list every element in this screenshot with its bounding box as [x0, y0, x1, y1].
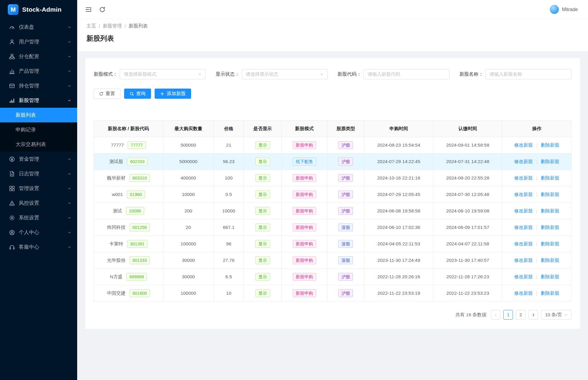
chevron-down-icon	[68, 25, 71, 29]
search-icon	[130, 92, 134, 96]
breadcrumb: 主页 / 新股管理 / 新股列表	[86, 23, 579, 29]
add-stock-button[interactable]: 添加新股	[155, 89, 191, 99]
op-divider: |	[536, 241, 537, 246]
filter-group-status: 显示状态： 请选择显示状态	[216, 69, 328, 79]
sidebar-item-label: 新股列表	[16, 112, 36, 118]
money-icon	[9, 156, 15, 162]
sidebar-item-positions[interactable]: 持仓管理	[0, 78, 77, 93]
page-size-select[interactable]: 10 条/页	[541, 310, 572, 320]
stock-name: 卡莱特	[109, 241, 123, 246]
stock-code-tag: 10086	[126, 207, 144, 215]
action-bar: 重置 查询 添加新股	[94, 89, 572, 99]
pay-time-cell: 2022-11-28 17:26:23	[433, 269, 502, 285]
sidebar-item-allocation[interactable]: 分仓配资	[0, 49, 77, 64]
user-name: Mitrade	[562, 7, 578, 12]
edit-stock-link[interactable]: 修改新股	[514, 175, 533, 180]
apply-time-cell: 2024-06-08 19:58:58	[364, 203, 433, 219]
dashboard-icon	[9, 24, 15, 30]
table-column-header: 操作	[502, 121, 572, 137]
name-input[interactable]	[485, 69, 572, 79]
mode-filter-label: 新股模式：	[94, 71, 118, 77]
price-cell: 10000	[214, 203, 244, 219]
edit-stock-link[interactable]: 修改新股	[514, 291, 533, 296]
search-button-label: 查询	[136, 91, 146, 97]
sidebar-item-logs[interactable]: 日志管理	[0, 166, 77, 181]
delete-stock-link[interactable]: 删除新股	[541, 258, 559, 263]
delete-stock-link[interactable]: 删除新股	[541, 274, 559, 279]
chevron-down-icon	[320, 72, 324, 76]
sidebar-item-funds[interactable]: 资金管理	[0, 152, 77, 166]
op-divider: |	[536, 291, 537, 296]
delete-stock-link[interactable]: 删除新股	[541, 291, 559, 296]
sidebar-menu: 仪表盘 用户管理 分仓配资 产品管理 持仓管理	[0, 19, 77, 380]
sidebar-item-label: 日志管理	[19, 170, 68, 177]
delete-stock-link[interactable]: 删除新股	[541, 175, 559, 180]
sidebar-item-new-stock-list[interactable]: 新股列表	[0, 108, 77, 122]
edit-stock-link[interactable]: 修改新股	[514, 274, 533, 279]
pay-time-cell: 2024-07-31 14:22:48	[433, 153, 502, 170]
sidebar-item-subscription-records[interactable]: 申购记录	[0, 122, 77, 137]
stock-code-tag: 603310	[130, 174, 150, 182]
sidebar-item-profile[interactable]: 个人中心	[0, 225, 77, 240]
table-column-header: 股票类型	[327, 121, 364, 137]
mode-select[interactable]: 请选择新股模式	[120, 69, 206, 79]
search-button[interactable]: 查询	[124, 89, 151, 99]
edit-stock-link[interactable]: 修改新股	[514, 258, 533, 263]
filter-group-mode: 新股模式： 请选择新股模式	[94, 69, 206, 79]
sidebar-item-block-trade-list[interactable]: 大宗交易列表	[0, 137, 77, 152]
sidebar-item-manage-settings[interactable]: 管理设置	[0, 181, 77, 196]
status-select[interactable]: 请选择显示状态	[242, 69, 328, 79]
sidebar-item-new-stock[interactable]: 新股管理	[0, 93, 77, 108]
stock-name: 炜冈科技	[107, 225, 125, 230]
prev-page-button[interactable]	[491, 310, 500, 320]
max-buy-cell: 20	[163, 219, 214, 236]
breadcrumb-new-stock-manage[interactable]: 新股管理	[103, 23, 122, 29]
code-input[interactable]	[363, 69, 450, 79]
page-header: 主页 / 新股管理 / 新股列表 新股列表	[77, 19, 588, 51]
breadcrumb-separator: /	[124, 24, 126, 29]
table-column-header: 是否显示	[244, 121, 281, 137]
reset-button[interactable]: 重置	[94, 89, 121, 99]
chevron-down-icon	[68, 40, 71, 44]
pay-time-cell: 2024-06-10 19:59:08	[433, 203, 502, 219]
chevron-down-icon	[68, 55, 71, 58]
risk-icon	[9, 200, 15, 206]
sidebar-item-products[interactable]: 产品管理	[0, 64, 77, 78]
pay-time-cell: 2024-07-30 12:05:48	[433, 186, 502, 203]
user-icon	[9, 39, 15, 45]
delete-stock-link[interactable]: 删除新股	[541, 142, 559, 148]
edit-stock-link[interactable]: 修改新股	[514, 159, 533, 164]
chevron-up-icon	[68, 99, 71, 102]
delete-stock-link[interactable]: 删除新股	[541, 225, 559, 230]
menu-fold-icon[interactable]	[85, 6, 92, 13]
edit-stock-link[interactable]: 修改新股	[514, 142, 533, 148]
stock-type-tag: 沪股	[338, 289, 353, 297]
visible-tag: 显示	[255, 256, 270, 264]
delete-stock-link[interactable]: 删除新股	[541, 241, 559, 246]
sidebar-item-risk-settings[interactable]: 风控设置	[0, 196, 77, 210]
edit-stock-link[interactable]: 修改新股	[514, 192, 533, 197]
page-2-button[interactable]: 2	[516, 310, 525, 320]
next-page-button[interactable]	[528, 310, 538, 320]
stock-name: 77777	[111, 142, 124, 148]
edit-stock-link[interactable]: 修改新股	[514, 208, 533, 213]
price-cell: 667.1	[214, 219, 244, 236]
apply-time-cell: 2022-11-28 20:26:16	[364, 269, 433, 285]
sidebar-item-support[interactable]: 客服中心	[0, 240, 77, 254]
delete-stock-link[interactable]: 删除新股	[541, 159, 559, 164]
edit-stock-link[interactable]: 修改新股	[514, 225, 533, 230]
stock-type-tag: 深股	[338, 240, 353, 248]
sidebar-item-system-settings[interactable]: 系统设置	[0, 210, 77, 225]
chevron-left-icon	[494, 313, 498, 317]
delete-stock-link[interactable]: 删除新股	[541, 192, 559, 197]
edit-stock-link[interactable]: 修改新股	[514, 241, 533, 246]
breadcrumb-home[interactable]: 主页	[86, 23, 96, 29]
delete-stock-link[interactable]: 删除新股	[541, 208, 559, 213]
page-1-button[interactable]: 1	[503, 310, 513, 320]
product-icon	[9, 68, 15, 74]
stock-name: w001	[112, 192, 123, 197]
user-menu[interactable]: Mitrade	[550, 5, 578, 14]
refresh-icon[interactable]	[99, 6, 106, 13]
sidebar-item-dashboard[interactable]: 仪表盘	[0, 20, 77, 34]
sidebar-item-users[interactable]: 用户管理	[0, 34, 77, 49]
